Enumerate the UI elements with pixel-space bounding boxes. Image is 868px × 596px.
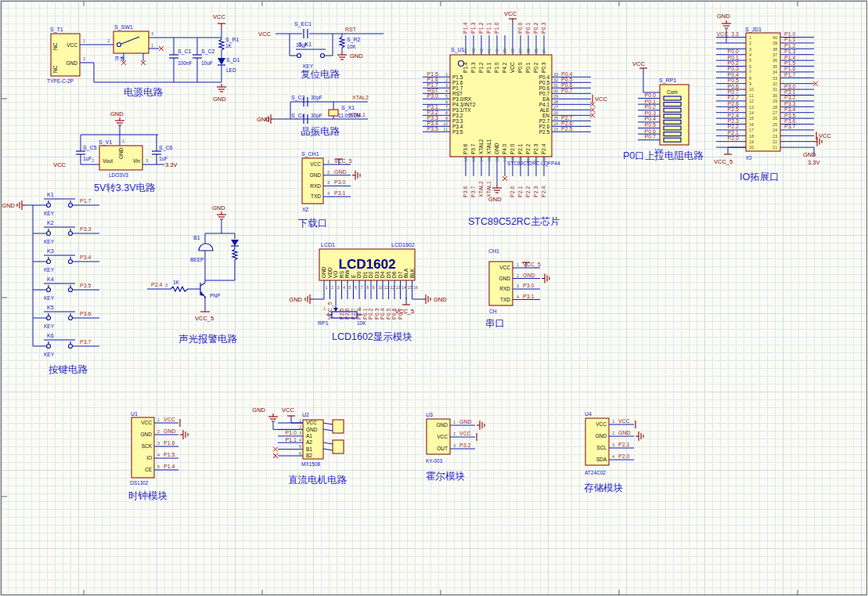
- value: 100nF: [178, 60, 192, 66]
- designator: S_C3: [291, 95, 305, 101]
- part-name: STC89C52RC LQFP44: [507, 161, 560, 167]
- net-label: P0.3: [541, 22, 546, 34]
- net-label: P1.6: [164, 440, 175, 446]
- motor-terminal[interactable]: [333, 440, 344, 453]
- pin-name: GND: [141, 432, 153, 437]
- pin-number: 1: [323, 306, 326, 311]
- transistor-label: PNP: [210, 293, 220, 298]
- pin-number: 1: [327, 159, 330, 164]
- pin-number: 10: [378, 285, 383, 290]
- power-label: 3.3V: [808, 159, 819, 166]
- pin-number: 3: [146, 158, 148, 163]
- pin-number: 2: [107, 38, 110, 43]
- pin-number: 1: [83, 38, 85, 43]
- designator: K5: [47, 305, 54, 310]
- pin-name: D0: [356, 271, 362, 278]
- net-label: P0.5: [645, 122, 657, 128]
- block-title: IO拓展口: [740, 172, 780, 182]
- net-label: P3.0: [523, 283, 535, 288]
- pin-number: 15: [408, 285, 412, 290]
- net-label: P2.5: [561, 126, 573, 132]
- pin-number: 14: [479, 157, 484, 162]
- power-label: GND: [488, 196, 502, 203]
- block-title: 晶振电路: [301, 126, 340, 137]
- key-switch[interactable]: K3 P3.4 KEY: [33, 248, 99, 273]
- pin-name: P3.0/RX: [452, 96, 472, 102]
- pin-number: 33: [553, 72, 558, 77]
- pin-number: 9: [749, 81, 751, 86]
- pin-name: P1.2: [478, 62, 484, 73]
- pin-number: 4: [327, 191, 330, 196]
- block-motor-driver: GND VCC U2 1 VCC 2 GND 3 P1.0 A1: [252, 406, 347, 486]
- block-pullup: VCC S_RP1 Com P0.0 P0.1 P0.2 P0.3 P0.: [623, 60, 704, 161]
- net-label: P2.0: [728, 135, 740, 141]
- pin-column: P2.1 19 P2.1: [517, 143, 523, 197]
- pin-number: 33: [773, 76, 777, 81]
- key-switch[interactable]: K2 P3.3 KEY: [33, 220, 99, 244]
- power-label: VCC: [632, 60, 645, 67]
- key-switch[interactable]: K6 P3.7 KEY: [33, 333, 99, 357]
- pin-column: BLK 16: [409, 268, 419, 299]
- pin-column: P2.3 21 P2.3: [533, 143, 538, 197]
- net-label: P0.6: [645, 128, 657, 134]
- pin-number: 7: [749, 70, 751, 74]
- net-label: P0.4: [645, 116, 657, 121]
- motor-terminal[interactable]: [333, 420, 344, 433]
- pin-name: D5: [386, 271, 391, 278]
- pin-name: P3.4: [452, 124, 463, 129]
- pin-number: 3: [358, 306, 361, 311]
- designator: LCD1: [321, 242, 335, 247]
- value: 1uF: [159, 156, 167, 161]
- key-switch[interactable]: K5 P3.6 KEY: [33, 305, 99, 329]
- power-label: VCC: [595, 96, 607, 103]
- pin-number: 11: [443, 127, 448, 132]
- pin-number: 3: [157, 441, 160, 446]
- net-label: P3.6: [463, 186, 468, 197]
- pin-number: 37: [518, 49, 523, 53]
- block-title: 电源电路: [124, 87, 164, 98]
- net-label: P0.2: [368, 308, 373, 320]
- pin-name: XTAL1: [486, 139, 492, 154]
- net-label: P0.7: [561, 88, 573, 93]
- pin-number: 37: [773, 52, 777, 57]
- pin-number: 40: [773, 35, 777, 40]
- value: 10uF: [201, 60, 213, 66]
- schematic-sheet: S_T1 TYPE-C-2P NC NC VCC GND 1 2 S_SW1 2…: [0, 0, 868, 596]
- part-name: TYPE-C-2P: [47, 78, 74, 84]
- net-label: P0.4: [561, 71, 573, 77]
- net-label: P3.7: [470, 186, 476, 197]
- pin-number: 3: [612, 442, 614, 447]
- designator: K4: [47, 276, 54, 282]
- pin-number: 2: [327, 170, 330, 175]
- net-label: P3.1: [427, 104, 439, 110]
- net-label: P1.4: [463, 22, 468, 34]
- pin-name: P2.3: [533, 143, 538, 154]
- pin-number: 31: [553, 83, 558, 88]
- block-lcd: LCD1 LCD1602 LCD1602 GND 1 VDD 2 VCC_5 V…: [289, 242, 447, 342]
- crystal-body[interactable]: [329, 110, 338, 116]
- pin-number: 2: [517, 273, 519, 278]
- pin-name: P0.0: [517, 62, 523, 73]
- pin-column: P1.1 41 P1.1: [486, 22, 492, 73]
- key-switch[interactable]: K4 P3.5 KEY: [33, 276, 99, 301]
- net-label: P2.1: [517, 186, 523, 197]
- net-label: P3.4: [784, 107, 796, 112]
- power-label: GND: [717, 13, 730, 20]
- pin-name: EA: [542, 96, 549, 102]
- pin-number: 36: [773, 58, 777, 63]
- pin-name: SDA: [596, 457, 607, 462]
- pin-number: 20: [749, 145, 754, 150]
- power-label: VCC_5: [714, 158, 733, 165]
- pin-number: 2: [331, 285, 333, 290]
- pin-name: D2: [368, 271, 373, 278]
- net-label: P1.5: [784, 60, 796, 66]
- key-switch[interactable]: K1 P1.7 KEY: [33, 192, 99, 216]
- pin-column: P2.4 22 P2.4: [541, 143, 546, 197]
- value: 10K: [357, 320, 366, 326]
- pin-name: B1: [306, 446, 312, 452]
- key-label: KEY: [44, 239, 55, 244]
- net-label: RST: [427, 88, 439, 93]
- pin-name: BLA: [403, 268, 409, 278]
- designator: S_D1: [226, 57, 240, 63]
- block-title: 直流电机电路: [288, 475, 348, 486]
